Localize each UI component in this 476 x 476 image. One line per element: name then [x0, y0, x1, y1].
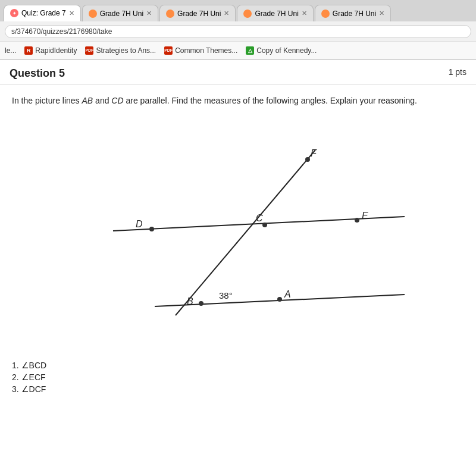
- tab-favicon-grade1: [89, 10, 97, 18]
- label-F: F: [311, 148, 317, 158]
- tab-close-grade3[interactable]: ✕: [302, 10, 307, 17]
- bookmark-strategies-label: Strategies to Ans...: [96, 46, 156, 55]
- svg-point-4: [262, 223, 267, 227]
- tab-label-grade4: Grade 7H Uni: [333, 10, 376, 18]
- question-pts: 1 pts: [449, 67, 466, 77]
- bookmark-kennedy-label: Copy of Kennedy...: [256, 46, 317, 55]
- answers-list: 1. ∠BCD 2. ∠ECF 3. ∠DCF: [0, 355, 476, 402]
- bookmark-themes-icon: PDF: [164, 46, 173, 55]
- tab-close-grade1[interactable]: ✕: [146, 10, 152, 17]
- bookmark-le-label: le...: [5, 46, 16, 55]
- geometry-diagram: F E C D B 38° A: [12, 119, 464, 345]
- bookmark-themes[interactable]: PDF Common Themes...: [164, 46, 237, 55]
- question-body: In the picture lines AB and CD are paral…: [0, 85, 476, 355]
- answer-item-1: 1. ∠BCD: [12, 361, 464, 370]
- svg-point-3: [149, 227, 154, 231]
- tab-close-grade4[interactable]: ✕: [379, 10, 384, 17]
- answer-item-2: 2. ∠ECF: [12, 372, 464, 382]
- browser-chrome: ✦ Quiz: Grade 7 ✕ Grade 7H Uni ✕ Grade 7…: [0, 0, 476, 60]
- bookmark-rapid[interactable]: R RapidIdentity: [24, 46, 77, 55]
- bookmarks-bar: le... R RapidIdentity PDF Strategies to …: [0, 42, 476, 60]
- label-B: B: [187, 296, 193, 306]
- page-content: Question 5 1 pts In the picture lines AB…: [0, 60, 476, 476]
- tab-quiz[interactable]: ✦ Quiz: Grade 7 ✕: [4, 5, 81, 21]
- tab-label-grade2: Grade 7H Uni: [177, 10, 221, 18]
- svg-point-5: [355, 218, 359, 223]
- label-38: 38°: [219, 290, 233, 300]
- tab-favicon-grade2: [166, 10, 174, 18]
- tab-bar: ✦ Quiz: Grade 7 ✕ Grade 7H Uni ✕ Grade 7…: [0, 0, 476, 21]
- svg-line-2: [176, 150, 315, 315]
- label-A: A: [284, 289, 291, 299]
- geometry-svg: F E C D B 38° A: [54, 119, 422, 339]
- bookmark-rapid-label: RapidIdentity: [35, 46, 77, 55]
- svg-point-8: [305, 157, 310, 162]
- question-title: Question 5: [10, 67, 65, 80]
- svg-point-6: [199, 301, 203, 306]
- bookmark-strategies-icon: PDF: [85, 46, 93, 55]
- tab-favicon-grade4: [321, 10, 330, 18]
- bookmark-rapid-icon: R: [24, 46, 33, 55]
- tab-close-grade2[interactable]: ✕: [224, 10, 229, 17]
- tab-label-quiz: Quiz: Grade 7: [21, 9, 66, 17]
- bookmark-strategies[interactable]: PDF Strategies to Ans...: [85, 46, 156, 55]
- tab-grade1[interactable]: Grade 7H Uni ✕: [82, 5, 158, 21]
- bookmark-le[interactable]: le...: [5, 46, 16, 55]
- tab-close-quiz[interactable]: ✕: [69, 10, 74, 17]
- svg-point-7: [277, 297, 282, 302]
- label-E: E: [362, 211, 368, 221]
- tab-label-grade3: Grade 7H Uni: [255, 10, 298, 18]
- address-bar-row: s/374670/quizzes/2176980/take: [0, 21, 476, 42]
- label-D: D: [136, 219, 143, 229]
- tab-label-grade1: Grade 7H Uni: [100, 10, 143, 18]
- answer-item-3: 3. ∠DCF: [12, 384, 464, 394]
- question-text: In the picture lines AB and CD are paral…: [12, 95, 464, 107]
- tab-grade3[interactable]: Grade 7H Uni ✕: [237, 5, 313, 21]
- bookmark-kennedy-icon: △: [246, 46, 254, 55]
- question-header: Question 5 1 pts: [0, 60, 476, 85]
- bookmark-themes-label: Common Themes...: [175, 46, 237, 55]
- tab-favicon-quiz: ✦: [10, 9, 18, 17]
- tab-grade4[interactable]: Grade 7H Uni ✕: [315, 5, 391, 21]
- tab-favicon-grade3: [243, 10, 252, 18]
- bookmark-kennedy[interactable]: △ Copy of Kennedy...: [246, 46, 317, 55]
- tab-grade2[interactable]: Grade 7H Uni ✕: [159, 5, 236, 21]
- address-bar[interactable]: s/374670/quizzes/2176980/take: [5, 25, 471, 38]
- label-C: C: [256, 213, 263, 223]
